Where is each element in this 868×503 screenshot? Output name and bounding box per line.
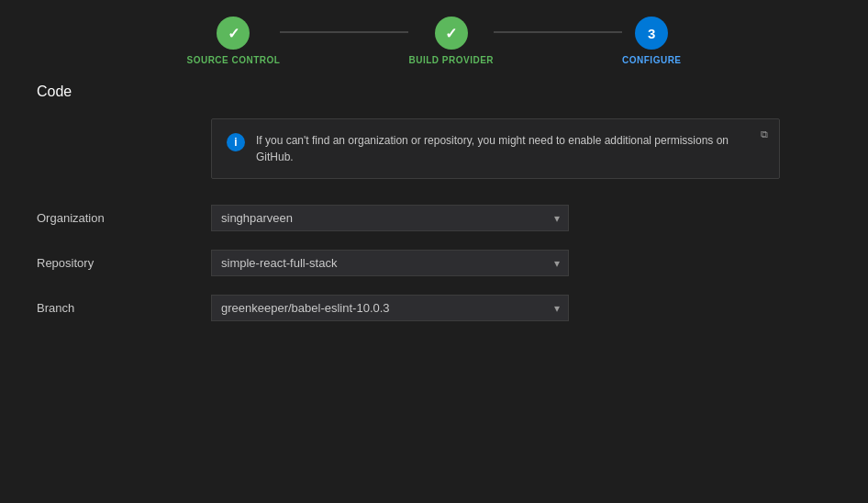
content-area: Code i If you can't find an organization…: [0, 74, 868, 503]
stepper-step-configure: 3 CONFIGURE: [622, 17, 682, 65]
step-number-configure: 3: [648, 26, 655, 41]
section-title: Code: [37, 84, 831, 100]
page-wrapper: ✓ SOURCE CONTROL ✓ BUILD PROVIDER 3 CONF…: [0, 0, 868, 503]
branch-label: Branch: [37, 301, 211, 315]
stepper-step-source-control: ✓ SOURCE CONTROL: [186, 17, 280, 65]
step-circle-configure: 3: [635, 17, 668, 50]
stepper-line-2: [494, 31, 622, 33]
step-circle-build-provider: ✓: [435, 17, 468, 50]
branch-row: Branch greenkeeper/babel-eslint-10.0.3: [37, 295, 831, 321]
info-box: i If you can't find an organization or r…: [211, 118, 780, 179]
branch-select[interactable]: greenkeeper/babel-eslint-10.0.3: [211, 295, 569, 321]
organization-row: Organization singhparveen: [37, 205, 831, 231]
organization-select[interactable]: singhparveen: [211, 205, 569, 231]
organization-label: Organization: [37, 211, 211, 225]
stepper-line-1: [280, 31, 408, 33]
step-label-build-provider: BUILD PROVIDER: [408, 55, 494, 65]
info-message: If you can't find an organization or rep…: [256, 132, 764, 165]
step-circle-source-control: ✓: [217, 17, 250, 50]
repository-label: Repository: [37, 256, 211, 270]
step-check-source-control: ✓: [228, 25, 239, 42]
repository-select[interactable]: simple-react-full-stack: [211, 250, 569, 276]
step-check-build-provider: ✓: [445, 25, 457, 42]
step-label-configure: CONFIGURE: [622, 55, 682, 65]
repository-select-wrapper: simple-react-full-stack: [211, 250, 569, 276]
info-icon: i: [227, 133, 245, 151]
repository-row: Repository simple-react-full-stack: [37, 250, 831, 276]
stepper-step-build-provider: ✓ BUILD PROVIDER: [408, 17, 494, 65]
step-label-source-control: SOURCE CONTROL: [186, 55, 280, 65]
external-link-icon[interactable]: ⧉: [761, 129, 768, 140]
branch-select-wrapper: greenkeeper/babel-eslint-10.0.3: [211, 295, 569, 321]
stepper: ✓ SOURCE CONTROL ✓ BUILD PROVIDER 3 CONF…: [0, 0, 868, 74]
organization-select-wrapper: singhparveen: [211, 205, 569, 231]
